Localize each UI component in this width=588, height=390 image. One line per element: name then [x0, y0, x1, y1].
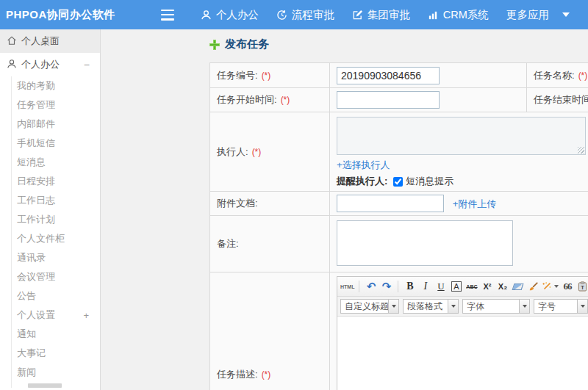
editor-toolbar-row2: 自定义标题 段落格式 字体 字号 [337, 297, 588, 317]
remark-cell [330, 216, 588, 272]
chevron-down-icon [562, 12, 570, 17]
sidebar-item-task-management[interactable]: 任务管理 [12, 95, 100, 115]
eraser-icon [512, 284, 524, 290]
toolbar-separator [359, 281, 359, 292]
editor-toolbar-row1: HTML ↶ ↷ B I U A ABC X² X₂ [337, 277, 588, 297]
attachment-label-cell: 附件文档: [210, 192, 330, 216]
brush-icon [528, 281, 539, 292]
font-size-select[interactable]: 字号 [534, 299, 588, 314]
sidebar-item-personal-desktop[interactable]: 个人桌面 [0, 29, 100, 53]
sidebar-submenu: 我的考勤 任务管理 内部邮件 手机短信 短消息 日程安排 工作日志 工作计划 个… [11, 76, 100, 388]
task-no-input[interactable] [337, 67, 440, 84]
font-family-select[interactable]: 字体 [462, 299, 530, 314]
nav-personal-office[interactable]: 个人办公 [201, 8, 259, 22]
required-mark: (*) [281, 95, 290, 105]
format-brush-button[interactable] [526, 279, 540, 294]
chevron-down-icon [554, 285, 559, 288]
end-time-label-cell: 任务结束时间:(*) [527, 88, 588, 112]
editor-content-area[interactable] [337, 317, 588, 390]
sidebar-item-events[interactable]: 大事记 [12, 344, 100, 363]
sidebar-item-my-attendance[interactable]: 我的考勤 [12, 76, 100, 95]
toolbar-separator [398, 281, 398, 292]
start-time-input-cell [330, 88, 527, 112]
italic-button[interactable]: I [418, 279, 432, 294]
sidebar-item-news[interactable]: 新闻 [12, 363, 100, 382]
sidebar-item-short-message[interactable]: 短消息 [12, 153, 100, 172]
attachment-input[interactable] [337, 195, 444, 212]
chevron-down-icon [388, 300, 398, 313]
app-logo[interactable]: PHPOA协同办公软件 [6, 8, 115, 22]
sidebar-item-notice[interactable]: 通知 [12, 325, 100, 344]
choose-executor-link[interactable]: +选择执行人 [337, 159, 390, 170]
nav-group-approval[interactable]: 集团审批 [352, 8, 410, 22]
chevron-down-icon [448, 300, 458, 313]
sms-remind-label: 短消息提示 [406, 175, 453, 188]
nav-crm-system[interactable]: CRM系统 [428, 8, 489, 22]
sidebar: 个人桌面 个人办公 − 我的考勤 任务管理 内部邮件 手机短信 短消息 日程安排… [0, 29, 101, 390]
sidebar-item-internal-mail[interactable]: 内部邮件 [12, 115, 100, 134]
eraser-button[interactable] [511, 279, 525, 294]
paste-template-button[interactable]: T [576, 279, 588, 294]
page-title-text: 发布任务 [225, 37, 269, 51]
paragraph-format-select[interactable]: 段落格式 [403, 299, 459, 314]
required-mark: (*) [262, 71, 271, 81]
underline-button[interactable]: U [434, 279, 448, 294]
sidebar-item-meeting-management[interactable]: 会议管理 [12, 267, 100, 286]
blockquote-button[interactable]: 66 [560, 279, 574, 294]
html-source-button[interactable]: HTML [340, 279, 354, 294]
page-title: 发布任务 [209, 37, 269, 51]
redo-icon[interactable]: ↷ [379, 279, 393, 294]
nav-process-approval[interactable]: 流程审批 [276, 8, 334, 22]
task-no-input-cell [330, 63, 527, 88]
collapse-icon[interactable]: − [84, 59, 90, 71]
quick-format-button[interactable] [542, 279, 559, 294]
sidebar-item-personal-office[interactable]: 个人办公 − [0, 53, 100, 76]
required-mark: (*) [252, 147, 262, 157]
start-time-input[interactable] [337, 91, 440, 109]
attachment-cell: +附件上传 [330, 192, 588, 216]
main-content: 发布任务 任务编号:(*) 任务名称:(*) 任务开始时间:(*) 任务结束时间… [101, 29, 588, 390]
required-mark: (*) [262, 369, 271, 380]
sidebar-item-mobile-sms[interactable]: 手机短信 [12, 134, 100, 153]
svg-text:T: T [581, 284, 585, 291]
font-style-button[interactable]: A [451, 281, 461, 292]
sidebar-item-contacts[interactable]: 通讯录 [12, 248, 100, 267]
bold-button[interactable]: B [403, 279, 417, 294]
process-clock-icon [276, 10, 287, 21]
sidebar-item-announcement[interactable]: 公告 [12, 286, 100, 306]
sidebar-item-schedule[interactable]: 日程安排 [12, 172, 100, 191]
nav-more-apps[interactable]: 更多应用 [506, 8, 570, 22]
sms-remind-checkbox[interactable] [393, 177, 403, 187]
user-icon [7, 59, 17, 71]
menu-toggle-icon[interactable] [161, 10, 176, 21]
start-time-label-cell: 任务开始时间:(*) [210, 88, 330, 112]
strikethrough-button[interactable]: ABC [465, 279, 478, 294]
expand-icon[interactable]: + [83, 310, 89, 321]
edit-square-icon [352, 10, 363, 21]
executor-list-box[interactable] [337, 117, 586, 155]
superscript-button[interactable]: X² [480, 279, 494, 294]
remark-label-cell: 备注: [210, 216, 330, 272]
executor-cell: +选择执行人 提醒执行人: 短消息提示 [330, 112, 588, 192]
sidebar-item-personal-settings[interactable]: 个人设置 + [12, 306, 100, 325]
executor-label-cell: 执行人:(*) [210, 112, 330, 192]
sidebar-item-file-cabinet[interactable]: 个人文件柜 [12, 229, 100, 248]
desc-editor-cell: HTML ↶ ↷ B I U A ABC X² X₂ [330, 272, 588, 390]
subscript-button[interactable]: X₂ [495, 279, 509, 294]
undo-icon[interactable]: ↶ [364, 279, 378, 294]
magic-wand-icon [542, 281, 552, 292]
attachment-upload-link[interactable]: +附件上传 [453, 198, 497, 209]
required-mark: (*) [578, 71, 588, 81]
chevron-down-icon [577, 300, 587, 313]
sidebar-item-work-plan[interactable]: 工作计划 [12, 210, 100, 229]
heading-select[interactable]: 自定义标题 [340, 299, 399, 314]
sidebar-item-work-log[interactable]: 工作日志 [12, 191, 100, 210]
remind-label: 提醒执行人: [337, 175, 387, 188]
remind-row: 提醒执行人: 短消息提示 [337, 175, 588, 188]
add-icon [209, 40, 220, 50]
remark-textarea[interactable] [337, 220, 513, 266]
top-header: PHPOA协同办公软件 个人办公 流程审批 集团审批 [0, 0, 588, 29]
partial-menu-item[interactable] [28, 383, 62, 388]
clipboard-icon: T [578, 281, 587, 292]
resize-grip[interactable] [578, 147, 584, 154]
